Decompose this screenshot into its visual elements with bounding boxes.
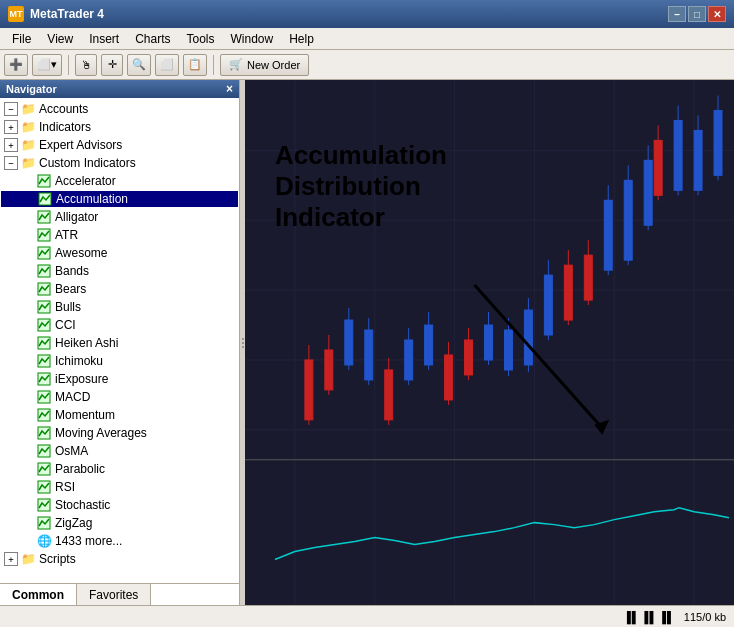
toolbar-btn-1[interactable]: ➕ <box>4 54 28 76</box>
tree-item-heiken-ashi[interactable]: Heiken Ashi <box>0 334 239 352</box>
navigator-close-button[interactable]: × <box>226 82 233 96</box>
toolbar-btn-3[interactable]: 🖱 <box>75 54 97 76</box>
label-heiken-ashi: Heiken Ashi <box>55 336 118 350</box>
icon-accumulation <box>37 191 53 207</box>
icon-custom-indicators: 📁 <box>20 155 36 171</box>
menu-window[interactable]: Window <box>223 30 282 48</box>
icon-moving-averages <box>36 425 52 441</box>
tree-item-bears[interactable]: Bears <box>0 280 239 298</box>
memory-usage: 115/0 kb <box>684 611 726 623</box>
tree-item-indicators[interactable]: +📁Indicators <box>0 118 239 136</box>
icon-atr <box>36 227 52 243</box>
tree-item-bulls[interactable]: Bulls <box>0 298 239 316</box>
toolbar-separator-1 <box>68 55 69 75</box>
app-icon: MT <box>8 6 24 22</box>
label-scripts: Scripts <box>39 552 76 566</box>
menu-insert[interactable]: Insert <box>81 30 127 48</box>
label-cci: CCI <box>55 318 76 332</box>
close-button[interactable]: ✕ <box>708 6 726 22</box>
annotation-line1: Accumulation <box>275 140 447 171</box>
icon-scripts: 📁 <box>20 551 36 567</box>
tree-item-cci[interactable]: CCI <box>0 316 239 334</box>
status-bar: ▐▌▐▌▐▌ 115/0 kb <box>0 605 734 627</box>
tree-item-stochastic[interactable]: Stochastic <box>0 496 239 514</box>
icon-zigzag <box>36 515 52 531</box>
toolbar-btn-7[interactable]: 📋 <box>183 54 207 76</box>
expand-btn-custom-indicators[interactable]: − <box>4 156 18 170</box>
tab-favorites[interactable]: Favorites <box>77 584 151 605</box>
tree-item-osma[interactable]: OsMA <box>0 442 239 460</box>
tree-item-accumulation[interactable]: Accumulation <box>0 190 239 208</box>
tab-common[interactable]: Common <box>0 584 77 605</box>
tree-item-rsi[interactable]: RSI <box>0 478 239 496</box>
icon-ichimoku <box>36 353 52 369</box>
menu-charts[interactable]: Charts <box>127 30 178 48</box>
icon-osma <box>36 443 52 459</box>
tree-item-momentum[interactable]: Momentum <box>0 406 239 424</box>
label-alligator: Alligator <box>55 210 98 224</box>
tree-item-iexposure[interactable]: iExposure <box>0 370 239 388</box>
label-stochastic: Stochastic <box>55 498 110 512</box>
icon-momentum <box>36 407 52 423</box>
tree-item-custom-indicators[interactable]: −📁Custom Indicators <box>0 154 239 172</box>
tree-item-bands[interactable]: Bands <box>0 262 239 280</box>
label-bears: Bears <box>55 282 86 296</box>
icon-indicators: 📁 <box>20 119 36 135</box>
toolbar-btn-5[interactable]: 🔍 <box>127 54 151 76</box>
label-macd: MACD <box>55 390 90 404</box>
menu-file[interactable]: File <box>4 30 39 48</box>
tree-item-macd[interactable]: MACD <box>0 388 239 406</box>
label-bulls: Bulls <box>55 300 81 314</box>
expand-btn-indicators[interactable]: + <box>4 120 18 134</box>
tree-item-moving-averages[interactable]: Moving Averages <box>0 424 239 442</box>
navigator-header: Navigator × <box>0 80 239 98</box>
navigator-panel: Navigator × −📁Accounts+📁Indicators+📁Expe… <box>0 80 240 605</box>
expand-btn-scripts[interactable]: + <box>4 552 18 566</box>
label-indicators: Indicators <box>39 120 91 134</box>
maximize-button[interactable]: □ <box>688 6 706 22</box>
menu-help[interactable]: Help <box>281 30 322 48</box>
menu-view[interactable]: View <box>39 30 81 48</box>
toolbar-btn-2[interactable]: ⬜▾ <box>32 54 62 76</box>
annotation-text: Accumulation Distribution Indicator <box>275 140 447 234</box>
tree-item-scripts[interactable]: +📁Scripts <box>0 550 239 568</box>
icon-bands <box>36 263 52 279</box>
tree-item-atr[interactable]: ATR <box>0 226 239 244</box>
icon-awesome <box>36 245 52 261</box>
tree-item-awesome[interactable]: Awesome <box>0 244 239 262</box>
tree-item-ichimoku[interactable]: Ichimoku <box>0 352 239 370</box>
tree-item-alligator[interactable]: Alligator <box>0 208 239 226</box>
main-layout: Navigator × −📁Accounts+📁Indicators+📁Expe… <box>0 80 734 605</box>
title-bar: MT MetaTrader 4 – □ ✕ <box>0 0 734 28</box>
label-moving-averages: Moving Averages <box>55 426 147 440</box>
label-more: 1433 more... <box>55 534 122 548</box>
expand-btn-accounts[interactable]: − <box>4 102 18 116</box>
tree-item-accounts[interactable]: −📁Accounts <box>0 100 239 118</box>
icon-more: 🌐 <box>36 533 52 549</box>
navigator-tree[interactable]: −📁Accounts+📁Indicators+📁Expert Advisors−… <box>0 98 239 583</box>
tree-item-zigzag[interactable]: ZigZag <box>0 514 239 532</box>
annotation-line3: Indicator <box>275 202 447 233</box>
menu-tools[interactable]: Tools <box>179 30 223 48</box>
label-zigzag: ZigZag <box>55 516 92 530</box>
label-rsi: RSI <box>55 480 75 494</box>
label-momentum: Momentum <box>55 408 115 422</box>
navigator-tabs: Common Favorites <box>0 583 239 605</box>
toolbar-btn-4[interactable]: ✛ <box>101 54 123 76</box>
annotation-line2: Distribution <box>275 171 447 202</box>
label-ichimoku: Ichimoku <box>55 354 103 368</box>
new-order-button[interactable]: 🛒 New Order <box>220 54 309 76</box>
tree-item-more[interactable]: 🌐1433 more... <box>0 532 239 550</box>
minimize-button[interactable]: – <box>668 6 686 22</box>
toolbar: ➕ ⬜▾ 🖱 ✛ 🔍 ⬜ 📋 🛒 New Order <box>0 50 734 80</box>
icon-accelerator <box>36 173 52 189</box>
toolbar-btn-6[interactable]: ⬜ <box>155 54 179 76</box>
tree-item-accelerator[interactable]: Accelerator <box>0 172 239 190</box>
expand-btn-expert-advisors[interactable]: + <box>4 138 18 152</box>
icon-iexposure <box>36 371 52 387</box>
tree-item-parabolic[interactable]: Parabolic <box>0 460 239 478</box>
status-indicator: ▐▌▐▌▐▌ <box>623 611 676 623</box>
tree-item-expert-advisors[interactable]: +📁Expert Advisors <box>0 136 239 154</box>
icon-bulls <box>36 299 52 315</box>
chart-area[interactable]: Accumulation Distribution Indicator <box>245 80 734 605</box>
